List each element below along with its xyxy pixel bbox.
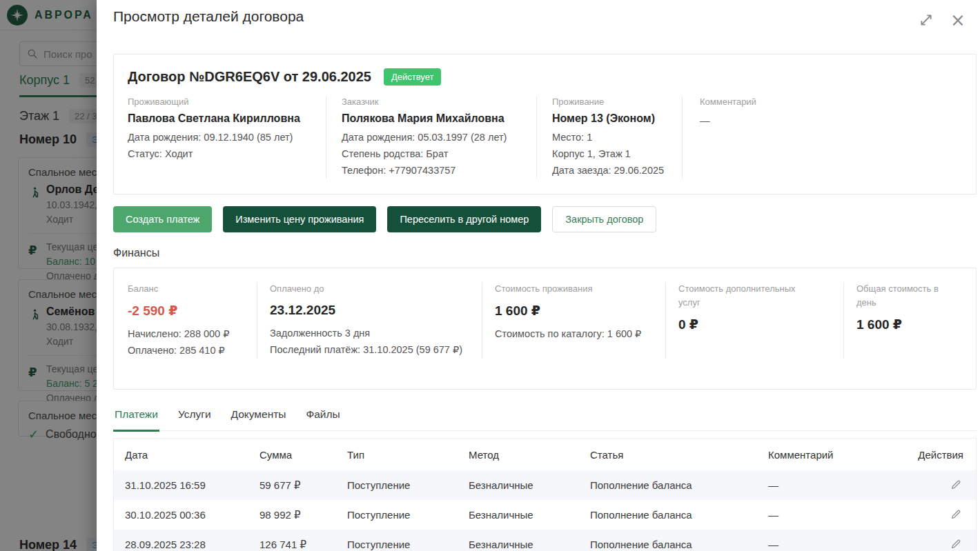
customer-phone: Телефон: +77907433757 xyxy=(342,162,527,179)
customer-name: Полякова Мария Михайловна xyxy=(342,112,527,125)
accommodation-column: Проживание Номер 13 (Эконом) Место: 1 Ко… xyxy=(536,97,682,179)
paid-until-value: 23.12.2025 xyxy=(270,303,471,318)
contract-details-modal: Просмотр деталей договора × Догово xyxy=(97,0,980,551)
resident-status: Статус: Ходит xyxy=(128,146,316,162)
expand-icon xyxy=(919,13,933,27)
comment-label: Комментарий xyxy=(700,97,952,107)
cell-comment: — xyxy=(768,509,918,521)
table-row: 28.09.2025 23:28 126 741 ₽ Поступление Б… xyxy=(114,530,976,551)
header-date: Дата xyxy=(125,449,259,461)
edit-payment-button[interactable] xyxy=(948,477,963,492)
cell-type: Поступление xyxy=(347,509,469,521)
cell-method: Безналичные xyxy=(469,509,590,521)
stay-cost-label: Стоимость проживания xyxy=(495,282,654,296)
cell-type: Поступление xyxy=(347,539,469,550)
balance-column: Баланс -2 590 ₽ Начислено: 288 000 ₽ Опл… xyxy=(128,282,257,359)
stay-cost-value: 1 600 ₽ xyxy=(495,303,654,319)
status-badge: Действует xyxy=(384,68,441,86)
expand-button[interactable] xyxy=(918,12,934,28)
close-contract-button[interactable]: Закрыть договор xyxy=(552,206,656,232)
cell-amount: 98 992 ₽ xyxy=(259,509,347,521)
finances-heading: Финансы xyxy=(113,247,977,259)
extra-cost-column: Стоимость дополнительных услуг 0 ₽ xyxy=(665,282,843,359)
header-amount: Сумма xyxy=(259,449,347,461)
cell-type: Поступление xyxy=(347,479,469,491)
accommodation-checkin: Дата заезда: 29.06.2025 xyxy=(552,162,672,179)
customer-column: Заказчик Полякова Мария Михайловна Дата … xyxy=(326,97,536,179)
customer-kinship: Степень родства: Брат xyxy=(342,146,527,162)
total-cost-value: 1 600 ₽ xyxy=(856,317,951,332)
contract-actions: Создать платеж Изменить цену проживания … xyxy=(113,206,977,232)
comment-column: Комментарий — xyxy=(682,97,962,179)
accommodation-label: Проживание xyxy=(552,97,672,107)
cell-article: Пополнение баланса xyxy=(590,509,768,521)
close-icon: × xyxy=(950,13,966,27)
close-button[interactable]: × xyxy=(950,12,966,28)
edit-payment-button[interactable] xyxy=(948,507,963,522)
table-row: 30.10.2025 00:36 98 992 ₽ Поступление Бе… xyxy=(114,500,976,530)
resident-name: Павлова Светлана Кирилловна xyxy=(128,112,316,125)
header-method: Метод xyxy=(469,449,590,461)
extra-cost-label: Стоимость дополнительных услуг xyxy=(678,282,816,310)
cell-date: 31.10.2025 16:59 xyxy=(125,479,259,491)
finances-card: Баланс -2 590 ₽ Начислено: 288 000 ₽ Опл… xyxy=(113,268,977,390)
comment-value: — xyxy=(700,112,952,129)
cell-method: Безналичные xyxy=(469,479,590,491)
resident-column: Проживающий Павлова Светлана Кирилловна … xyxy=(128,97,326,179)
move-room-button[interactable]: Переселить в другой номер xyxy=(387,206,541,232)
screen: АВРОРА Корпус 1 52 / Этаж 1 22 / 30 Номе… xyxy=(0,0,980,551)
modal-body: Договор №DGR6EQ6V от 29.06.2025 Действуе… xyxy=(97,54,980,551)
balance-label: Баланс xyxy=(128,282,246,296)
accommodation-room: Номер 13 (Эконом) xyxy=(552,112,672,125)
cell-date: 30.10.2025 00:36 xyxy=(125,509,259,521)
paid-line: Оплачено: 285 410 ₽ xyxy=(128,342,246,359)
detail-tabs: Платежи Услуги Документы Файлы xyxy=(113,408,977,431)
table-row: 31.10.2025 16:59 59 677 ₽ Поступление Бе… xyxy=(114,470,976,500)
resident-birth: Дата рождения: 09.12.1940 (85 лет) xyxy=(128,129,316,146)
header-article: Статья xyxy=(590,449,768,461)
cell-article: Пополнение баланса xyxy=(590,539,768,550)
accommodation-building: Корпус 1, Этаж 1 xyxy=(552,146,672,162)
accrued-line: Начислено: 288 000 ₽ xyxy=(128,325,246,342)
cell-amount: 59 677 ₽ xyxy=(259,479,347,492)
customer-birth: Дата рождения: 05.03.1997 (28 лет) xyxy=(342,129,527,146)
tab-documents[interactable]: Документы xyxy=(230,408,288,430)
tab-files[interactable]: Файлы xyxy=(304,408,341,430)
create-payment-button[interactable]: Создать платеж xyxy=(113,206,212,232)
extra-cost-value: 0 ₽ xyxy=(678,317,832,332)
debt-line: Задолженность 3 дня xyxy=(270,325,471,341)
customer-label: Заказчик xyxy=(342,97,527,107)
pencil-icon xyxy=(950,479,962,491)
cell-comment: — xyxy=(768,479,918,491)
modal-header: Просмотр деталей договора × xyxy=(97,0,980,28)
edit-payment-button[interactable] xyxy=(948,537,963,551)
total-cost-column: Общая стоимость в день 1 600 ₽ xyxy=(843,282,962,359)
paid-until-column: Оплачено до 23.12.2025 Задолженность 3 д… xyxy=(257,282,482,359)
pencil-icon xyxy=(950,538,962,550)
header-type: Тип xyxy=(347,449,469,461)
modal-title: Просмотр деталей договора xyxy=(113,8,304,25)
table-header-row: Дата Сумма Тип Метод Статья Комментарий … xyxy=(114,439,976,470)
header-actions: Действия xyxy=(918,449,976,461)
resident-label: Проживающий xyxy=(128,97,316,107)
cell-amount: 126 741 ₽ xyxy=(259,539,347,551)
pencil-icon xyxy=(950,508,962,521)
change-price-button[interactable]: Изменить цену проживания xyxy=(223,206,376,232)
payments-table: Дата Сумма Тип Метод Статья Комментарий … xyxy=(113,438,977,551)
contract-title: Договор №DGR6EQ6V от 29.06.2025 xyxy=(128,69,371,85)
cell-article: Пополнение баланса xyxy=(590,479,768,491)
paid-until-label: Оплачено до xyxy=(270,282,471,296)
stay-cost-column: Стоимость проживания 1 600 ₽ Стоимость п… xyxy=(482,282,665,359)
contract-card: Договор №DGR6EQ6V от 29.06.2025 Действуе… xyxy=(113,54,977,194)
cell-comment: — xyxy=(768,539,918,550)
cell-date: 28.09.2025 23:28 xyxy=(125,539,259,550)
accommodation-place: Место: 1 xyxy=(552,129,672,146)
total-cost-label: Общая стоимость в день xyxy=(856,282,951,310)
header-comment: Комментарий xyxy=(768,449,918,461)
cell-method: Безналичные xyxy=(469,539,590,550)
tab-payments[interactable]: Платежи xyxy=(113,408,159,432)
balance-value: -2 590 ₽ xyxy=(128,303,246,319)
tab-services[interactable]: Услуги xyxy=(177,408,213,430)
catalog-cost-line: Стоимость по каталогу: 1 600 ₽ xyxy=(495,325,654,342)
last-payment-line: Последний платёж: 31.10.2025 (59 677 ₽) xyxy=(270,341,470,358)
